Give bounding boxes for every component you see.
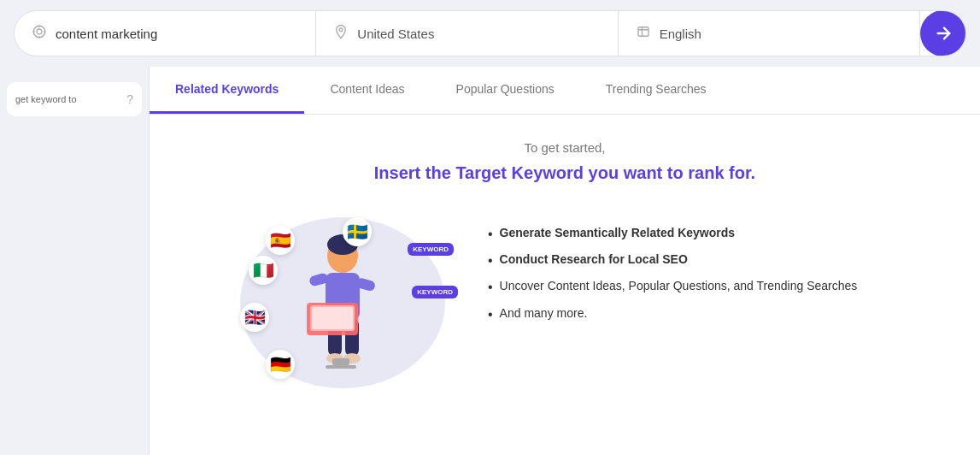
- keyword-badge-1: KEYWORD: [408, 243, 454, 256]
- flag-uk: 🇬🇧: [240, 303, 269, 332]
- search-bar-wrapper: content marketing United States English: [0, 0, 980, 67]
- search-submit-button[interactable]: [920, 10, 966, 56]
- location-icon: [333, 24, 349, 43]
- bullet-1: •: [488, 226, 493, 242]
- svg-rect-23: [326, 365, 356, 369]
- tab-popular-questions[interactable]: Popular Questions: [431, 67, 580, 114]
- feature-item-3: • Uncover Content Ideas, Popular Questio…: [488, 279, 857, 295]
- tabs-bar: Related Keywords Content Ideas Popular Q…: [150, 67, 980, 115]
- svg-point-0: [33, 26, 45, 38]
- svg-rect-7: [638, 27, 648, 37]
- bullet-3: •: [488, 279, 493, 295]
- flag-germany: 🇩🇪: [266, 350, 295, 379]
- search-query-value: content marketing: [56, 27, 157, 41]
- feature-item-2: • Conduct Research for Local SEO: [488, 252, 857, 269]
- content-center: 🇪🇸 🇸🇪 🇮🇹 🇬🇧 🇩🇪: [223, 209, 907, 380]
- flag-italy: 🇮🇹: [249, 256, 278, 285]
- flag-spain: 🇪🇸: [266, 226, 295, 255]
- help-icon[interactable]: ?: [126, 92, 133, 106]
- right-content: Related Keywords Content Ideas Popular Q…: [150, 67, 980, 455]
- feature-text-4: And many more.: [500, 306, 588, 320]
- heading-text: Insert the Target Keyword you want to ra…: [374, 163, 755, 183]
- search-language-value: English: [660, 27, 701, 41]
- flag-sweden: 🇸🇪: [343, 217, 372, 246]
- subtitle-text: To get started,: [524, 140, 605, 155]
- tab-trending-searches[interactable]: Trending Searches: [580, 67, 732, 114]
- search-bar: content marketing United States English: [14, 10, 966, 56]
- content-body: To get started, Insert the Target Keywor…: [150, 115, 980, 455]
- feature-list: • Generate Semantically Related Keywords…: [488, 209, 857, 322]
- keyword-badge-2: KEYWORD: [412, 286, 458, 298]
- search-location-segment[interactable]: United States: [316, 11, 618, 56]
- language-icon: [636, 24, 651, 43]
- svg-point-6: [339, 28, 343, 32]
- feature-text-3: Uncover Content Ideas, Popular Questions…: [500, 279, 858, 292]
- bullet-2: •: [488, 252, 493, 269]
- feature-item-1: • Generate Semantically Related Keywords: [488, 226, 857, 242]
- illustration: 🇪🇸 🇸🇪 🇮🇹 🇬🇧 🇩🇪: [223, 209, 462, 380]
- svg-rect-22: [332, 358, 349, 365]
- search-location-value: United States: [357, 27, 434, 41]
- search-language-segment[interactable]: English: [619, 11, 920, 56]
- sidebar-text: get keyword to: [15, 94, 77, 104]
- svg-point-1: [37, 29, 42, 34]
- bullet-4: •: [488, 306, 493, 322]
- main-content: get keyword to ? Related Keywords Conten…: [0, 67, 980, 455]
- tab-content-ideas[interactable]: Content Ideas: [304, 67, 430, 114]
- sidebar: get keyword to ?: [0, 67, 150, 455]
- target-icon: [32, 24, 47, 43]
- search-query-segment[interactable]: content marketing: [15, 11, 316, 56]
- sidebar-card: get keyword to ?: [7, 82, 142, 116]
- feature-item-4: • And many more.: [488, 306, 857, 322]
- tab-related-keywords[interactable]: Related Keywords: [150, 67, 304, 114]
- svg-rect-21: [312, 307, 353, 329]
